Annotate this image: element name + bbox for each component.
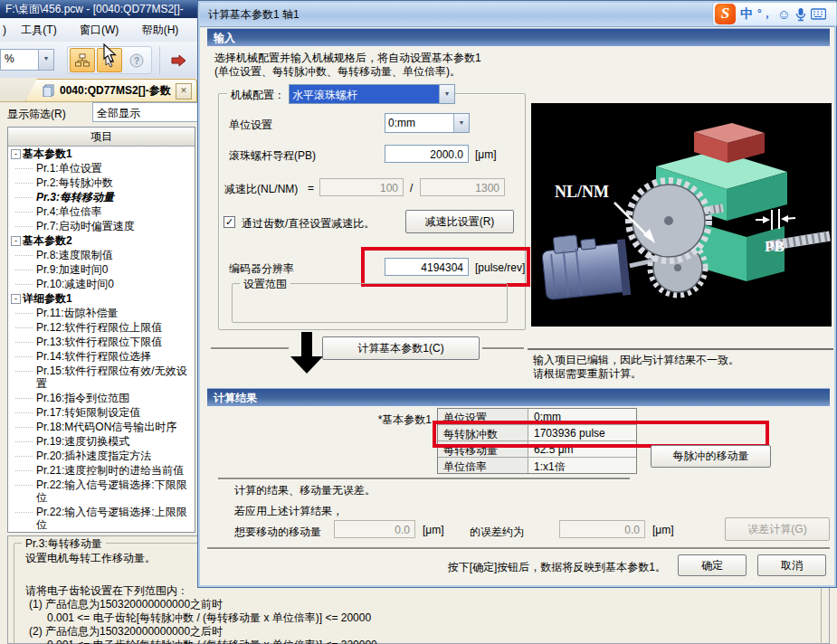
zoom-combo[interactable]: % ▼ [0, 49, 54, 71]
tree-item-label: Pr.19:速度切换模式 [36, 435, 129, 448]
tree-item[interactable]: Pr.15:软件行程限位有效/无效设置 [9, 364, 194, 391]
chevron-down-icon[interactable]: ▼ [439, 85, 454, 103]
tree-item[interactable]: Pr.3:每转移动量 [9, 190, 194, 204]
filter-combo[interactable]: 全部显示 [92, 102, 199, 122]
collapse-icon[interactable]: - [11, 294, 21, 304]
menu-item-help[interactable]: 帮助(H) [132, 18, 189, 43]
machine-config-combo[interactable]: 水平滚珠螺杆 ▼ [289, 84, 455, 104]
tree-item[interactable]: -基本参数2 [9, 233, 194, 248]
keyboard-icon[interactable] [811, 8, 826, 20]
gear-ratio-checkbox[interactable]: ✓ [224, 216, 235, 228]
move-amount-label: 想要移动的移动量 [234, 525, 321, 540]
tree-item[interactable]: Pr.2:每转脉冲数 [9, 175, 194, 190]
tab-label: 0040:QD77MS2[]-参数 [60, 83, 171, 99]
tree-item[interactable]: Pr.16:指令到位范围 [9, 391, 194, 405]
divider [211, 347, 289, 350]
tree-list[interactable]: -基本参数1Pr.1:单位设置Pr.2:每转脉冲数Pr.3:每转移动量Pr.4:… [9, 147, 194, 531]
tree-item-label: Pr.21:速度控制时的进给当前值 [36, 464, 184, 477]
tree-item-label: Pr.12:软件行程限位上限值 [36, 321, 162, 334]
basic-params-label: *基本参数1 [234, 412, 432, 428]
ime-language-icon[interactable]: 中 [740, 6, 753, 23]
tree-item[interactable]: Pr.19:速度切换模式 [9, 434, 194, 449]
tree-item[interactable]: Pr.8:速度限制值 [9, 248, 194, 262]
red-arrow-icon [171, 54, 187, 67]
ime-emoji-icon[interactable]: ☺ [777, 6, 791, 22]
unit-setting-combo[interactable]: 0:mm ▼ [385, 113, 470, 133]
reduction-ratio-settings-button[interactable]: 减速比设置(R) [405, 210, 514, 233]
description-line: 设置电机每转工作移动量。 [25, 551, 156, 566]
result-note2: 若应用上述计算结果， [234, 504, 343, 519]
tree-item[interactable]: Pr.10:减速时间0 [9, 277, 194, 291]
unit-setting-label: 单位设置 [229, 118, 272, 133]
question-icon: ? [129, 53, 144, 68]
tree-item[interactable]: -基本参数1 [9, 147, 194, 161]
tree-item[interactable]: Pr.9:加速时间0 [9, 262, 194, 277]
ok-button[interactable]: 确定 [678, 554, 747, 576]
tab-parameters[interactable]: 0040:QD77MS2[]-参数 ✕ [25, 79, 197, 101]
menu-item-window[interactable]: 窗口(W) [70, 18, 128, 43]
dialog-title: 计算基本参数1 轴1 [208, 8, 300, 21]
tree-item-label: Pr.9:加速时间0 [36, 263, 108, 276]
ime-punctuation-icon[interactable]: °， [757, 6, 773, 22]
tree-item[interactable]: Pr.11:齿隙补偿量 [9, 306, 194, 320]
gear-ratio-checkbox-label: 通过齿数/直径设置减速比。 [242, 216, 375, 232]
machine-diagram: NL/NM PB [531, 103, 832, 327]
tree-item-label: Pr.18:M代码ON信号输出时序 [36, 421, 176, 433]
tree-item-label: Pr.11:齿隙补偿量 [36, 307, 118, 319]
down-arrow-icon [301, 332, 312, 356]
ball-screw-lead-label: 滚珠螺杆导程(PB) [229, 148, 316, 164]
chevron-down-icon[interactable]: ▼ [38, 50, 53, 70]
footer-note: 按下[确定]按钮后，数据将反映到基本参数1。 [352, 560, 666, 575]
input-section-header: 输入 [207, 28, 830, 46]
divider [482, 347, 524, 350]
annotation-box-encoder [361, 247, 530, 287]
tree-item[interactable]: Pr.4:单位倍率 [9, 204, 194, 219]
tree-item[interactable]: Pr.21:速度控制时的进给当前值 [9, 463, 194, 478]
tree-item[interactable]: Pr.7:启动时偏置速度 [9, 219, 194, 233]
tree-item[interactable]: Pr.14:软件行程限位选择 [9, 349, 194, 364]
tree-item-label: Pr.2:每转脉冲数 [36, 176, 113, 189]
equals-sign: = [308, 182, 314, 194]
menu-item-clipped[interactable]: ) [0, 19, 8, 41]
cancel-button[interactable]: 取消 [757, 554, 826, 576]
tree-item-label: 详细参数1 [23, 292, 72, 305]
tab-close-icon[interactable]: ✕ [176, 83, 192, 99]
chevron-down-icon[interactable]: ▼ [453, 114, 469, 132]
down-arrow-icon [290, 356, 323, 374]
tree-item[interactable]: Pr.22:输入信号逻辑选择:上限限位 [9, 505, 194, 531]
menu-item-tools[interactable]: 工具(T) [11, 18, 66, 43]
tree-item[interactable]: Pr.13:软件行程限位下限值 [9, 335, 194, 349]
tree-item[interactable]: Pr.22:输入信号逻辑选择:下限限位 [9, 478, 194, 505]
description-line: 0.001 <= 电子齿轮[每转脉冲数 / (每转移动量 x 单位倍率)] <=… [47, 638, 377, 644]
tree-item-label: Pr.14:软件行程限位选择 [36, 350, 151, 363]
result-note1: 计算的结果、移动量无误差。 [234, 483, 376, 498]
tree-item-label: Pr.1:单位设置 [36, 162, 102, 175]
tree-item[interactable]: -详细参数1 [9, 291, 194, 306]
tree-item-label: Pr.22:输入信号逻辑选择:上限限位 [36, 506, 187, 531]
tree-item-label: 基本参数1 [23, 147, 72, 160]
setting-range-groupbox: 设置范围 [232, 283, 508, 323]
tree-item[interactable]: Pr.20:插补速度指定方法 [9, 449, 194, 463]
help-button[interactable]: ? [124, 48, 149, 72]
sogou-logo-icon[interactable]: S [715, 4, 736, 24]
setting-range-title: 设置范围 [240, 277, 290, 292]
tree-item[interactable]: Pr.17:转矩限制设定值 [9, 405, 194, 420]
tree-view-button[interactable] [70, 48, 95, 72]
next-axis-button[interactable] [166, 48, 192, 72]
tree-item[interactable]: Pr.18:M代码ON信号输出时序 [9, 420, 194, 434]
filter-label: 显示筛选(R) [7, 107, 66, 122]
microphone-icon[interactable] [795, 7, 806, 22]
tree-item-label: Pr.15:软件行程限位有效/无效设置 [36, 365, 187, 390]
movement-per-pulse-button[interactable]: 每脉冲的移动量 [651, 445, 771, 468]
calc-basic-params-dialog: 计算基本参数1 轴1 ✕ 输入 选择机械配置并输入机械规格后，将自动设置基本参数… [197, 0, 837, 588]
collapse-icon[interactable]: - [11, 149, 21, 159]
machine-config-value: 水平滚珠螺杆 [290, 85, 439, 103]
table-row[interactable]: 单位倍率1:x1倍 [438, 458, 636, 473]
tree-item[interactable]: Pr.1:单位设置 [9, 161, 194, 175]
tree-item[interactable]: Pr.12:软件行程限位上限值 [9, 320, 194, 335]
tree-item-label: 基本参数2 [23, 234, 72, 247]
ball-screw-lead-input[interactable]: 2000.0 [385, 145, 469, 163]
calculate-basic-params-button[interactable]: 计算基本参数1(C) [322, 336, 480, 360]
tree-item-label: Pr.22:输入信号逻辑选择:下限限位 [36, 478, 187, 504]
collapse-icon[interactable]: - [11, 236, 21, 246]
